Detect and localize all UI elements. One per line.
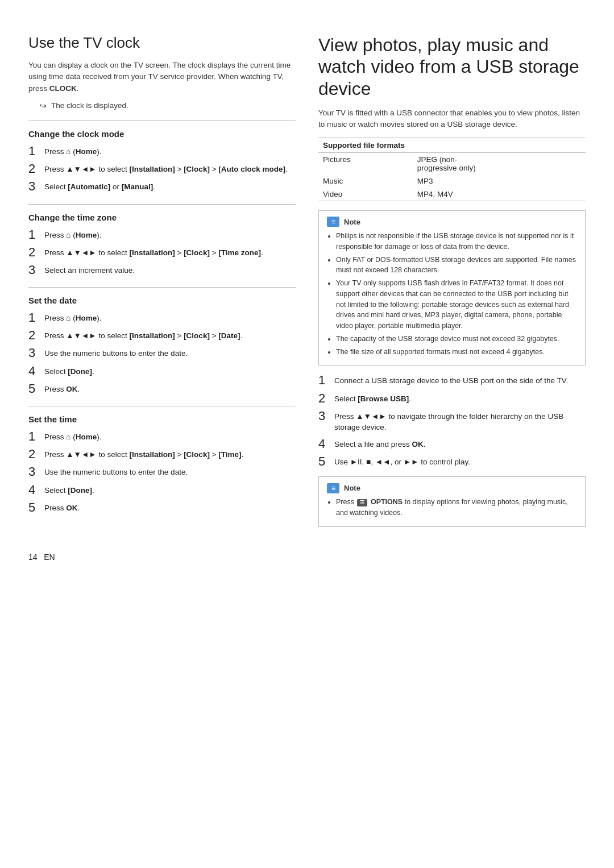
right-intro: Your TV is fitted with a USB connector t… <box>318 107 586 131</box>
format-music: Music <box>318 175 413 188</box>
step-tz-2: 2 Press ▲▼◄► to select [Installation] > … <box>28 246 296 259</box>
value-pictures: JPEG (non-progressive only) <box>413 152 586 175</box>
step-usb-3: 3 Press ▲▼◄► to navigate through the fol… <box>318 409 586 433</box>
note-1-item-4: The capacity of the USB storage device m… <box>336 334 577 344</box>
step-d-3: 3 Use the numeric buttons to enter the d… <box>28 346 296 360</box>
date-steps: 1 Press ⌂ (Home). 2 Press ▲▼◄► to select… <box>28 311 296 396</box>
note-header-1: ≡ Note <box>327 217 577 228</box>
page-content: Use the TV clock You can display a clock… <box>0 0 614 596</box>
subsection-clock-mode: Change the clock mode <box>28 129 296 139</box>
clock-arrow-item: ↪ The clock is displayed. <box>40 101 296 110</box>
step-t-5: 5 Press OK. <box>28 501 296 514</box>
file-formats-table: Supported file formats Pictures JPEG (no… <box>318 138 586 201</box>
right-column: View photos, play music and watch video … <box>318 34 586 562</box>
table-row-music: Music MP3 <box>318 175 586 188</box>
note-1-item-5: The file size of all supported formats m… <box>336 347 577 358</box>
step-d-5: 5 Press OK. <box>28 382 296 396</box>
step-t-1: 1 Press ⌂ (Home). <box>28 430 296 443</box>
subsection-time-zone: Change the time zone <box>28 213 296 222</box>
subsection-time: Set the time <box>28 414 296 424</box>
format-video: Video <box>318 188 413 201</box>
step-t-4: 4 Select [Done]. <box>28 483 296 497</box>
note-1-list: Philips is not responsible if the USB st… <box>327 231 577 357</box>
clock-mode-steps: 1 Press ⌂ (Home). 2 Press ▲▼◄► to select… <box>28 144 296 194</box>
step-cm-1: 1 Press ⌂ (Home). <box>28 144 296 158</box>
clock-result: The clock is displayed. <box>51 101 128 110</box>
divider-3 <box>28 287 296 288</box>
step-tz-3: 3 Select an increment value. <box>28 263 296 277</box>
step-d-4: 4 Select [Done]. <box>28 364 296 378</box>
left-intro: You can display a clock on the TV screen… <box>28 60 296 94</box>
note-1-item-1: Philips is not responsible if the USB st… <box>336 231 577 252</box>
note-header-2: ≡ Note <box>327 483 577 494</box>
time-steps: 1 Press ⌂ (Home). 2 Press ▲▼◄► to select… <box>28 430 296 514</box>
step-usb-5: 5 Use ►II, ■, ◄◄, or ►► to control play. <box>318 455 586 468</box>
footer-area: 14 EN <box>28 518 296 562</box>
page-number: 14 EN <box>28 553 55 562</box>
options-icon: ☰ <box>357 499 367 506</box>
left-title: Use the TV clock <box>28 34 296 52</box>
note-icon-1: ≡ <box>327 217 339 227</box>
format-pictures: Pictures <box>318 152 413 175</box>
value-video: MP4, M4V <box>413 188 586 201</box>
divider-4 <box>28 406 296 406</box>
note-title-2: Note <box>344 483 360 494</box>
table-header: Supported file formats <box>318 138 586 152</box>
divider-1 <box>28 121 296 121</box>
step-cm-2: 2 Press ▲▼◄► to select [Installation] > … <box>28 162 296 176</box>
arrow-symbol: ↪ <box>40 101 47 110</box>
table-row-pictures: Pictures JPEG (non-progressive only) <box>318 152 586 175</box>
step-d-2: 2 Press ▲▼◄► to select [Installation] > … <box>28 329 296 342</box>
time-zone-steps: 1 Press ⌂ (Home). 2 Press ▲▼◄► to select… <box>28 228 296 277</box>
clock-bold: CLOCK <box>49 84 77 93</box>
note-2-item-1: Press ☰ OPTIONS to display options for v… <box>336 497 577 518</box>
step-cm-3: 3 Select [Automatic] or [Manual]. <box>28 180 296 193</box>
note-1-item-3: Your TV only supports USB flash drives i… <box>336 278 577 331</box>
step-tz-1: 1 Press ⌂ (Home). <box>28 228 296 242</box>
value-music: MP3 <box>413 175 586 188</box>
step-usb-1: 1 Connect a USB storage device to the US… <box>318 373 586 387</box>
note-2-list: Press ☰ OPTIONS to display options for v… <box>327 497 577 518</box>
step-t-3: 3 Use the numeric buttons to enter the d… <box>28 465 296 479</box>
note-icon-2: ≡ <box>327 483 339 493</box>
step-usb-4: 4 Select a file and press OK. <box>318 437 586 451</box>
subsection-date: Set the date <box>28 296 296 305</box>
left-column: Use the TV clock You can display a clock… <box>28 34 296 562</box>
right-title: View photos, play music and watch video … <box>318 34 586 99</box>
step-usb-2: 2 Select [Browse USB]. <box>318 392 586 405</box>
note-title-1: Note <box>344 217 360 228</box>
note-box-2: ≡ Note Press ☰ OPTIONS to display option… <box>318 476 586 527</box>
step-t-2: 2 Press ▲▼◄► to select [Installation] > … <box>28 447 296 461</box>
usb-steps: 1 Connect a USB storage device to the US… <box>318 373 586 468</box>
note-1-item-2: Only FAT or DOS-formatted USB storage de… <box>336 255 577 276</box>
divider-2 <box>28 204 296 205</box>
table-row-video: Video MP4, M4V <box>318 188 586 201</box>
step-d-1: 1 Press ⌂ (Home). <box>28 311 296 325</box>
note-box-1: ≡ Note Philips is not responsible if the… <box>318 210 586 366</box>
